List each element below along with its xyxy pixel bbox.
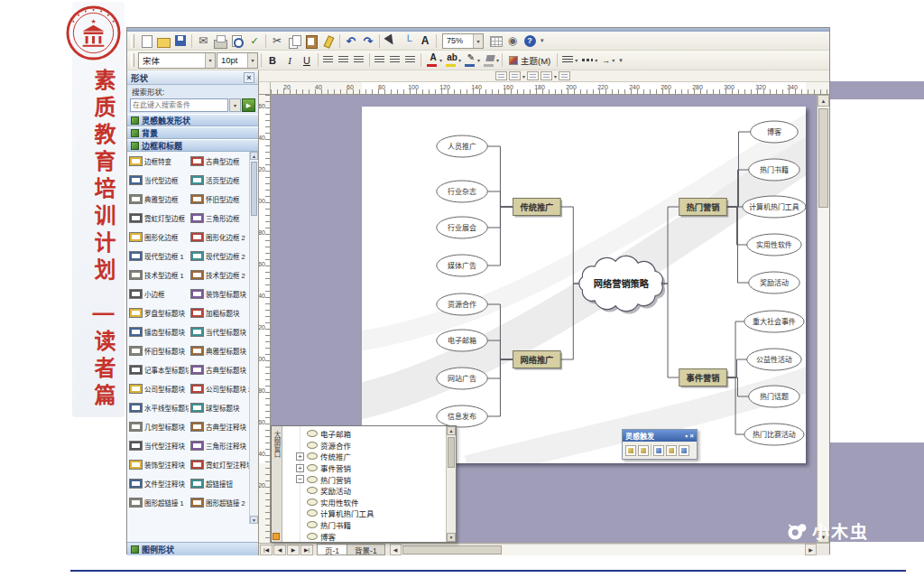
mindmap-subtopic[interactable]: 奖励活动 [749,272,800,294]
mindmap-topic[interactable]: 事件营销 [679,369,729,388]
decrease-indent-button[interactable] [388,53,402,67]
align-center-button[interactable] [337,53,351,67]
stencil-item[interactable]: 球型标题块 [189,398,250,417]
scroll-up-icon[interactable]: ▲ [818,95,829,107]
zoom-select[interactable]: 75%▾ [442,33,484,49]
last-page-button[interactable]: ▶| [300,545,313,555]
stencil-item[interactable]: 图形超链接 2 [189,493,250,512]
stencil-scrollbar[interactable]: ▲ ▼ [249,152,258,524]
first-page-button[interactable]: |◀ [260,545,273,555]
stencil-item[interactable]: 现代型边框 1 [127,247,189,266]
highlight-color-button[interactable]: ab ▾ [443,52,461,69]
outline-toggle-icon[interactable]: + [296,452,304,461]
stencil-footer-section[interactable]: 图例形状 [127,542,258,555]
theme-button[interactable]: 主题(M) [505,52,554,69]
chevron-down-icon[interactable]: ▾ [522,73,525,79]
outline-item[interactable]: +事件营销 [282,462,446,474]
toolbar-handle[interactable] [131,34,134,48]
layout-option-icon[interactable] [509,71,521,80]
chevron-down-icon[interactable]: ▾ [554,73,557,79]
scroll-left-icon[interactable]: ◀ [390,544,402,555]
redo-icon[interactable] [360,33,376,49]
outline-item[interactable]: 资源合作 [282,440,446,452]
stencil-item[interactable]: 三角形注释块 [189,436,250,455]
help-icon[interactable] [522,33,538,49]
stencil-item[interactable]: 镶齿型标题块 [127,322,189,341]
copy-icon[interactable] [286,33,302,49]
outline-scrollbar[interactable]: ▲ ▼ [446,426,456,542]
mindmap-topic[interactable]: 网络推广 [513,351,563,370]
scroll-down-icon[interactable]: ▼ [250,516,258,524]
stencil-item[interactable]: 装饰型标题块 [189,284,250,303]
print-icon[interactable] [212,33,228,49]
scrollbar-thumb[interactable] [448,437,455,468]
add-multiple-topics-icon[interactable] [653,445,664,456]
stencil-item[interactable]: 文件型注释块 [127,474,189,493]
outline-item[interactable]: 博客 [282,530,446,542]
align-left-button[interactable] [321,53,336,67]
stamp-icon[interactable] [504,33,521,49]
arrow-style-button[interactable]: →▾ [600,52,616,68]
scrollbar-thumb[interactable] [251,162,257,216]
connector-icon[interactable] [400,33,416,49]
email-icon[interactable] [195,33,211,49]
mindmap-subtopic[interactable]: 电子邮箱 [437,330,488,351]
arrange-shapes-icon[interactable] [666,445,677,456]
preview-icon[interactable] [229,33,245,49]
layout-option-icon[interactable] [541,71,552,80]
stencil-item[interactable]: 公司型标题块 [127,379,189,398]
stencil-item[interactable]: 边框特变 [127,152,189,171]
stencil-item[interactable]: 水平线型标题块 [127,398,189,417]
stencil-item[interactable]: 公司型标题块 2 [189,379,250,398]
page-tab[interactable]: 页-1 [317,544,347,555]
stencil-item[interactable]: 典雅型边框 [127,190,189,209]
stencil-item[interactable]: 图形化边框 2 [189,228,250,247]
stencil-item[interactable]: 活页型边框 [189,171,250,190]
mindmap-subtopic[interactable]: 重大社会事件 [744,311,804,332]
open-icon[interactable] [155,33,171,49]
stencil-item[interactable]: 当代型标题块 [189,322,250,341]
fill-color-button[interactable]: ▾ [481,52,499,69]
stencil-item[interactable]: 古典型标题块 [189,360,250,379]
add-topic-icon[interactable] [625,445,636,456]
stencil-section-header[interactable]: 背景 [127,126,258,139]
outline-item[interactable]: 奖励活动 [282,485,446,497]
stencil-section-header[interactable]: 边框和标题 [127,139,258,152]
bullets-button[interactable] [373,53,387,67]
scrollbar-track[interactable] [402,544,805,555]
outline-item[interactable]: +传统推广 [282,451,446,462]
scrollbar-thumb[interactable] [402,545,502,554]
font-color-button[interactable]: A ▾ [424,52,442,69]
stencil-item[interactable]: 图形超链接 1 [127,493,189,512]
bold-button[interactable]: B [264,52,281,69]
outline-toggle-icon[interactable]: + [296,464,304,472]
stencil-item[interactable]: 加粗标题块 [189,303,250,322]
mindmap-subtopic[interactable]: 热门比赛活动 [744,424,804,445]
scroll-right-icon[interactable]: ▶ [805,544,817,555]
outline-item[interactable]: 电子邮箱 [282,428,446,440]
outline-item[interactable]: −热门营销 [282,473,446,485]
stencil-item[interactable]: 霓虹灯型注释块 [189,455,250,474]
paste-icon[interactable] [303,33,319,49]
mindmap-subtopic[interactable]: 媒体广告 [437,255,488,276]
drawing-page[interactable]: 传统推广网络推广热门营销事件营销人员推广行业杂志行业展会媒体广告资源合作电子邮箱… [362,107,806,463]
stencil-item[interactable]: 装饰型注释块 [127,455,189,474]
vertical-scrollbar[interactable]: ▲ ▼ [817,95,829,543]
pointer-icon[interactable] [383,33,399,49]
close-icon[interactable]: × [244,72,254,83]
font-family-select[interactable]: 宋体 ▾ [138,52,216,69]
new-icon[interactable] [138,33,154,49]
scrollbar-thumb[interactable] [818,108,828,208]
topic-types-icon[interactable] [679,445,689,456]
stencil-item[interactable]: 霓虹灯型边框 [127,209,189,228]
horizontal-scrollbar[interactable]: ◀ ▶ [390,544,817,555]
next-page-button[interactable]: ▶ [287,545,300,555]
increase-indent-button[interactable] [403,53,418,67]
close-icon[interactable]: × [689,433,694,440]
outline-item[interactable]: 计算机热门工具 [282,508,446,519]
toolbar-handle[interactable] [131,53,134,67]
line-color-button[interactable]: ✎ ▾ [462,52,480,69]
toolbar-options-icon[interactable]: ▾ [619,57,623,64]
outline-toggle-icon[interactable]: − [296,475,304,483]
layout-option-icon[interactable] [527,71,539,80]
